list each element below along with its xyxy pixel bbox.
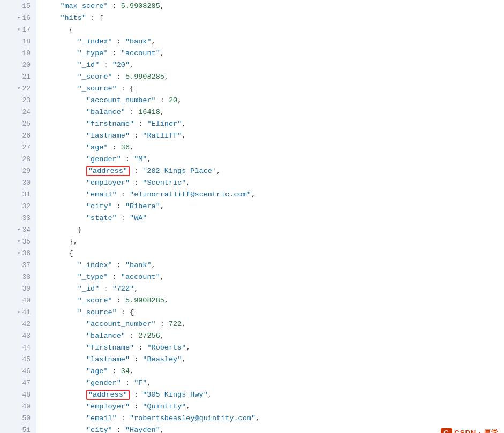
collapse-arrow-41[interactable]: ▾	[17, 309, 20, 315]
token-punct: ,	[160, 426, 164, 434]
token-str-val: "bank"	[125, 261, 152, 269]
token-punct: :	[130, 402, 142, 411]
token-punct: : [	[86, 14, 103, 22]
token-punct: ,	[255, 414, 260, 422]
token-key: "city"	[86, 426, 112, 434]
token-punct: :	[134, 344, 147, 352]
token-punct	[43, 143, 86, 151]
code-line-51: "city" : "Hayden",	[36, 424, 504, 433]
token-key: "_score"	[78, 73, 112, 81]
token-punct: ,	[182, 320, 186, 328]
token-punct	[43, 179, 86, 187]
token-key: "email"	[86, 414, 117, 422]
code-line-49: "employer" : "Quintity",	[36, 400, 504, 412]
token-key: "gender"	[86, 155, 121, 163]
token-num-val: 34	[121, 367, 130, 375]
token-punct	[43, 202, 86, 210]
token-punct: :	[121, 379, 134, 387]
collapse-arrow-17[interactable]: ▾	[17, 26, 20, 33]
line-number-39: 39	[0, 283, 36, 294]
token-punct	[43, 85, 78, 93]
token-punct: ,	[186, 179, 190, 187]
collapse-arrow-34[interactable]: ▾	[17, 226, 20, 233]
token-punct	[43, 273, 78, 281]
token-punct: :	[112, 261, 125, 269]
token-str-val: "Roberts"	[147, 344, 186, 352]
collapse-arrow-35[interactable]: ▾	[17, 238, 20, 245]
token-punct: ,	[182, 355, 186, 363]
collapse-arrow-16[interactable]: ▾	[17, 14, 20, 21]
token-punct: ,	[160, 202, 164, 210]
token-punct: :	[130, 167, 142, 175]
line-number-48: 48	[0, 389, 36, 400]
token-punct: ,	[152, 261, 156, 269]
code-line-41: "_source" : {	[36, 306, 504, 318]
highlighted-address-key: "address"	[86, 390, 130, 400]
code-line-27: "age" : 36,	[36, 141, 504, 153]
collapse-arrow-36[interactable]: ▾	[17, 250, 20, 256]
code-line-39: "_id" : "722",	[36, 283, 504, 294]
token-punct: :	[130, 355, 142, 363]
token-punct: ,	[160, 273, 164, 281]
code-line-46: "age" : 34,	[36, 365, 504, 377]
token-key: "age"	[86, 143, 108, 151]
token-punct: ,	[160, 2, 164, 10]
line-number-36: ▾36	[0, 247, 36, 259]
code-line-25: "firstname" : "Elinor",	[36, 118, 504, 130]
token-punct	[43, 414, 86, 422]
token-str-val: "Elinor"	[147, 120, 182, 128]
code-line-18: "_index" : "bank",	[36, 35, 504, 47]
token-str-val: "Quintity"	[142, 402, 186, 411]
token-punct: : {	[117, 308, 134, 316]
token-key: "hits"	[60, 14, 86, 22]
token-punct: ,	[182, 132, 186, 140]
code-line-35: },	[36, 236, 504, 247]
token-key: "firstname"	[86, 120, 134, 128]
token-punct	[43, 402, 86, 411]
token-punct: ,	[208, 391, 212, 399]
line-number-21: 21	[0, 71, 36, 82]
code-line-40: "_score" : 5.9908285,	[36, 294, 504, 306]
code-line-34: }	[36, 224, 504, 236]
line-number-23: 23	[0, 94, 36, 106]
token-punct: ,	[130, 143, 134, 151]
code-line-29: "address" : '282 Kings Place',	[36, 165, 504, 177]
token-punct: :	[130, 391, 142, 399]
code-line-33: "state" : "WA"	[36, 212, 504, 224]
token-punct: :	[108, 2, 121, 10]
token-key: "account_number"	[86, 320, 156, 328]
token-punct: :	[112, 297, 125, 305]
token-punct	[43, 73, 78, 81]
token-punct	[43, 320, 86, 328]
token-str-val: "account"	[121, 273, 160, 281]
token-key: "_type"	[78, 273, 108, 281]
code-area: "max_score" : 5.9908285, "hits" : [ { "_…	[36, 0, 504, 433]
highlighted-address-key: "address"	[86, 166, 130, 176]
token-key: "account_number"	[86, 96, 156, 104]
line-number-29: 29	[0, 165, 36, 177]
line-number-15: 15	[0, 0, 36, 12]
token-punct	[43, 214, 86, 222]
token-str-val: "bank"	[125, 37, 152, 45]
code-line-23: "account_number" : 20,	[36, 94, 504, 106]
line-number-45: 45	[0, 353, 36, 365]
token-punct: :	[108, 49, 121, 57]
code-line-26: "lastname" : "Ratliff",	[36, 130, 504, 141]
token-punct: ,	[130, 367, 134, 375]
token-punct: : {	[117, 85, 134, 93]
token-punct	[43, 132, 86, 140]
code-line-50: "email" : "robertsbeasley@quintity.com",	[36, 412, 504, 424]
collapse-arrow-22[interactable]: ▾	[17, 85, 20, 92]
token-str-val: "305 Kings Hwy"	[142, 391, 208, 399]
token-punct	[43, 61, 78, 69]
token-key: "_source"	[78, 85, 117, 93]
token-punct	[43, 155, 86, 163]
line-number-25: 25	[0, 118, 36, 130]
line-number-37: 37	[0, 259, 36, 271]
token-punct: :	[112, 37, 125, 45]
token-punct	[43, 285, 78, 293]
token-punct	[43, 367, 86, 375]
token-key: "balance"	[86, 332, 125, 340]
token-str-val: "722"	[112, 285, 134, 293]
token-punct	[43, 332, 86, 340]
